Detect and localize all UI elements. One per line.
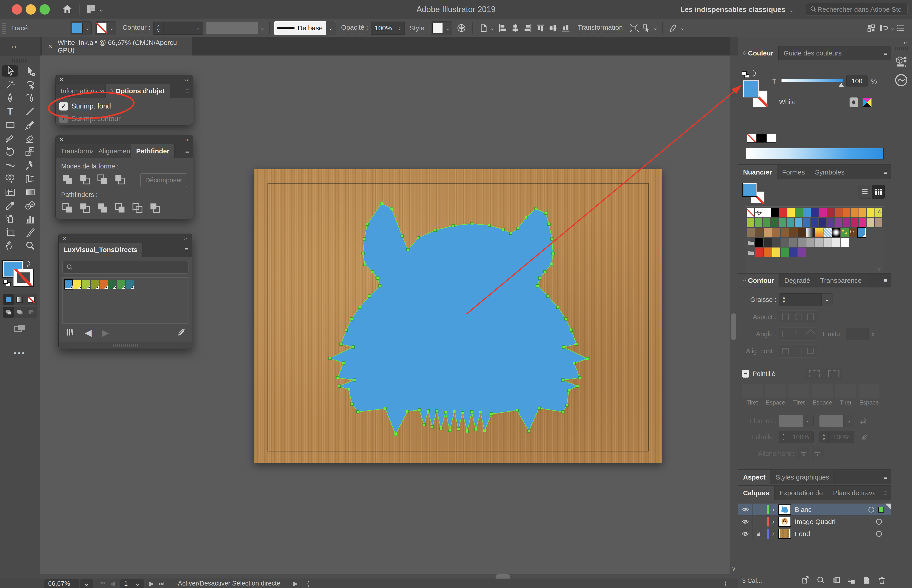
isolate-selection-icon[interactable] <box>667 22 680 34</box>
color-swatch[interactable] <box>819 208 826 217</box>
panel-menu-icon[interactable]: ≡ <box>883 277 887 284</box>
panel-menu-icon[interactable]: ≡ <box>185 147 189 155</box>
arrange-documents-icon[interactable] <box>865 22 877 34</box>
vertical-scrollbar[interactable]: ∨ <box>730 55 738 578</box>
draw-normal-icon[interactable] <box>3 307 14 318</box>
layer-row-image-quadri[interactable]: ›Image Quadri <box>738 516 891 528</box>
anchor-point[interactable] <box>562 379 564 381</box>
tab-calques[interactable]: Calques <box>738 486 775 500</box>
brush-definition-dropdown[interactable]: De base⌄ <box>274 21 336 35</box>
color-swatch[interactable] <box>859 218 867 227</box>
layer-target-icon[interactable] <box>868 507 874 512</box>
fill-color-dropdown[interactable]: ⌄ <box>71 21 92 35</box>
make-mask-icon[interactable] <box>831 575 841 586</box>
color-swatch[interactable] <box>763 208 771 217</box>
width-tool-icon[interactable] <box>0 158 20 172</box>
dock-grip[interactable] <box>895 47 908 50</box>
anchor-point[interactable] <box>347 388 350 391</box>
color-swatch[interactable] <box>841 237 849 247</box>
link-scale-icon[interactable] <box>860 433 869 441</box>
spot-swatch[interactable] <box>82 279 90 289</box>
color-swatch[interactable] <box>798 237 806 247</box>
controlbar-grip[interactable] <box>2 22 6 34</box>
weight-field[interactable] <box>789 293 822 306</box>
align-left-icon[interactable] <box>496 22 509 34</box>
expand-layer-icon[interactable]: › <box>772 518 775 525</box>
pathfinder-op-1-icon[interactable] <box>61 202 74 215</box>
anchor-point[interactable] <box>528 430 530 432</box>
rotate-tool-icon[interactable] <box>0 145 20 158</box>
anchor-point[interactable] <box>353 379 356 381</box>
color-swatch[interactable] <box>798 247 806 257</box>
color-swatch[interactable] <box>795 208 803 217</box>
tab-luxvisual[interactable]: LuxVisual_TonsDirects <box>59 243 143 257</box>
recolor-artwork-icon[interactable] <box>455 22 468 34</box>
anchor-point[interactable] <box>470 410 473 413</box>
locate-object-icon[interactable] <box>816 575 826 586</box>
spot-swatch[interactable] <box>126 279 134 289</box>
tiger-silhouette[interactable] <box>254 170 662 463</box>
white-swatch[interactable] <box>767 134 776 143</box>
tab-degrade[interactable]: Dégradé <box>780 273 815 287</box>
anchor-point[interactable] <box>448 429 451 432</box>
prev-library-icon[interactable]: ◀ <box>85 328 92 338</box>
anchor-point[interactable] <box>544 212 547 215</box>
panel-menu-icon[interactable]: ≡ <box>883 49 887 57</box>
anchor-point[interactable] <box>329 357 331 360</box>
workspace-chevron-icon[interactable]: ⌄ <box>789 7 794 14</box>
color-swatch[interactable] <box>764 228 772 237</box>
swatch-group-folder-icon[interactable] <box>747 237 755 247</box>
toolbar-grip[interactable] <box>12 59 28 63</box>
color-swatch[interactable] <box>827 208 835 217</box>
color-swatch[interactable] <box>859 208 867 217</box>
color-swatch[interactable] <box>815 237 823 247</box>
color-swatch[interactable] <box>787 208 795 217</box>
expand-layer-icon[interactable]: › <box>772 506 775 514</box>
tab-transparence[interactable]: Transparence <box>815 273 867 287</box>
anchor-point[interactable] <box>363 237 366 240</box>
color-swatch[interactable] <box>789 247 797 257</box>
collapse-panel-icon[interactable]: ‹‹ <box>184 137 189 143</box>
gradient-swatch[interactable] <box>815 228 823 237</box>
color-swatch[interactable] <box>843 208 851 217</box>
color-swatch[interactable] <box>755 218 762 227</box>
anchor-point[interactable] <box>534 207 537 210</box>
color-swatch[interactable] <box>771 208 779 217</box>
library-menu-icon[interactable] <box>65 327 74 338</box>
hand-tool-icon[interactable] <box>0 239 20 253</box>
color-swatch[interactable] <box>867 208 875 217</box>
color-swatch[interactable] <box>819 218 826 227</box>
anchor-point[interactable] <box>362 252 364 255</box>
anchor-point[interactable] <box>576 385 579 388</box>
anchor-point[interactable] <box>340 343 342 346</box>
status-scroll-left-icon[interactable]: ⟨ <box>307 580 309 587</box>
anchor-point[interactable] <box>338 385 341 388</box>
artboard-tool-icon[interactable] <box>0 226 20 239</box>
color-swatch[interactable] <box>755 237 763 247</box>
anchor-point[interactable] <box>418 409 421 411</box>
artboard[interactable] <box>254 170 662 463</box>
type-tool-icon[interactable]: T <box>0 105 20 118</box>
dash-field-espace[interactable] <box>765 384 786 398</box>
stroke-align-buttons[interactable] <box>779 344 817 357</box>
swap-fill-stroke-icon[interactable]: ⤸ <box>26 260 30 268</box>
lock-empty-cell[interactable] <box>752 516 765 528</box>
anchor-point[interactable] <box>475 428 477 431</box>
close-panel-icon[interactable]: × <box>63 235 66 242</box>
color-swatch[interactable] <box>764 247 772 257</box>
dash-field-espace[interactable] <box>812 384 833 398</box>
color-swatch[interactable] <box>781 247 789 257</box>
zoom-chevron-icon[interactable]: ⌄ <box>80 579 93 588</box>
color-swatch[interactable] <box>823 237 831 247</box>
swap-arrows-icon[interactable]: ⇄ <box>860 417 867 425</box>
align-middle-icon[interactable] <box>547 22 559 34</box>
shape-mode-1-icon[interactable] <box>61 173 74 187</box>
corner-buttons[interactable] <box>779 328 817 341</box>
document-setup-icon[interactable] <box>477 22 490 34</box>
color-swatch[interactable] <box>755 228 763 237</box>
stroke-weight-stepper[interactable]: ∧∨ <box>153 21 163 35</box>
color-swatch[interactable] <box>789 237 797 247</box>
anchor-point[interactable] <box>444 411 447 414</box>
anchor-point[interactable] <box>562 346 565 348</box>
layer-row-fond[interactable]: ›Fond <box>738 528 891 540</box>
